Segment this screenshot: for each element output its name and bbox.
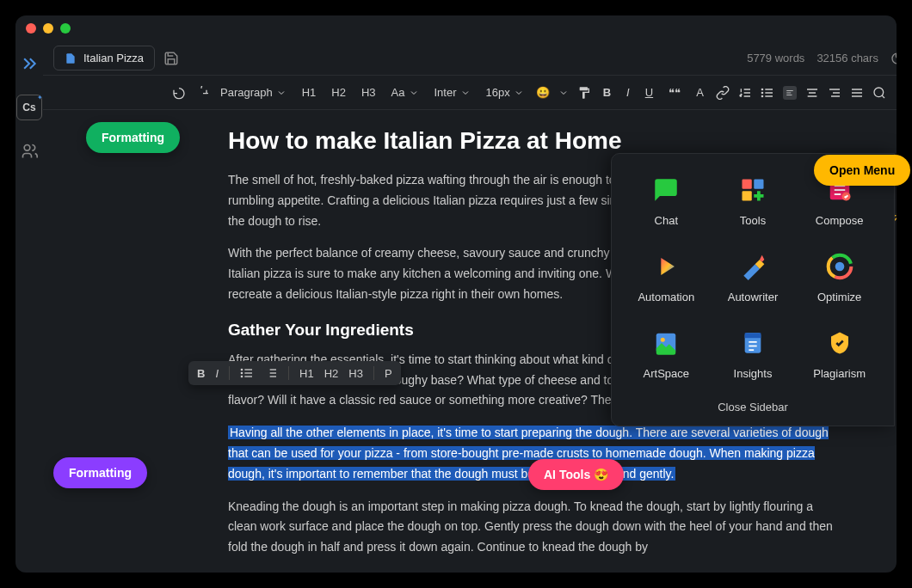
h1-button[interactable]: H1 <box>299 84 320 101</box>
svg-rect-56 <box>754 180 763 189</box>
svg-point-8 <box>761 92 762 93</box>
h2-button[interactable]: H2 <box>328 84 349 101</box>
svg-point-7 <box>761 89 762 89</box>
minimize-window-button[interactable] <box>43 23 53 34</box>
ai-tools-panel: Chat Tools Compose Automation Autowriter… <box>611 153 895 426</box>
ol-button[interactable] <box>264 366 278 380</box>
format-paint-button[interactable] <box>577 86 591 100</box>
chevron-down-icon <box>558 88 569 98</box>
maximize-window-button[interactable] <box>60 23 71 34</box>
font-size-select[interactable]: 16px <box>483 84 527 101</box>
ordered-list-button[interactable] <box>738 86 752 100</box>
align-left-button[interactable] <box>783 86 797 100</box>
h2-button[interactable]: H2 <box>324 367 339 380</box>
panel-artspace[interactable]: ArtSpace <box>627 328 706 380</box>
h3-button[interactable]: H3 <box>348 367 363 380</box>
panel-automation[interactable]: Automation <box>627 251 706 303</box>
h3-button[interactable]: H3 <box>358 84 379 101</box>
char-count: 32156 chars <box>816 52 878 64</box>
document-icon <box>65 52 77 64</box>
undo-button[interactable] <box>172 86 186 100</box>
svg-point-22 <box>874 88 884 97</box>
formatting-toolbar: Paragraph H1 H2 H3 Aa Inter 16px 😀 B I U… <box>43 76 897 110</box>
bold-button[interactable]: B <box>600 84 614 101</box>
unordered-list-button[interactable] <box>761 86 774 100</box>
p-button[interactable]: P <box>385 367 392 380</box>
traffic-lights <box>26 23 71 34</box>
callout-formatting-1: Formatting <box>86 122 180 153</box>
close-sidebar-button[interactable]: Close Sidebar <box>627 401 878 413</box>
link-button[interactable] <box>716 86 730 100</box>
close-window-button[interactable] <box>26 23 36 34</box>
h1-button[interactable]: H1 <box>299 367 314 380</box>
panel-optimize[interactable]: Optimize <box>800 251 878 303</box>
panel-plagiarism[interactable]: Plagiarism <box>800 328 878 380</box>
svg-point-51 <box>241 376 242 377</box>
callout-open-menu: Open Menu <box>814 155 910 186</box>
expand-sidebar-button[interactable] <box>15 50 43 77</box>
search-button[interactable] <box>872 86 886 100</box>
svg-point-68 <box>661 338 665 342</box>
paragraph: Kneading the dough is an important step … <box>228 497 843 558</box>
quote-button[interactable]: ❝❝ <box>665 84 684 101</box>
emoji-button[interactable]: 😀 <box>536 86 550 100</box>
callout-formatting-2: Formatting <box>53 457 147 488</box>
team-icon[interactable] <box>15 138 43 165</box>
selection-toolbar: B I H1 H2 H3 P <box>188 361 401 385</box>
topbar-right: 5779 words 32156 chars Hello Nico! NE <box>747 47 897 70</box>
topbar: Italian Pizza 5779 words 32156 chars Hel… <box>43 41 897 76</box>
font-family-select[interactable]: Inter <box>431 84 474 101</box>
ul-button[interactable] <box>240 366 254 380</box>
panel-tools[interactable]: Tools <box>714 175 792 227</box>
titlebar <box>15 15 897 41</box>
italic-button[interactable]: I <box>623 84 633 101</box>
panel-insights[interactable]: Insights <box>714 328 792 380</box>
svg-rect-55 <box>742 180 751 189</box>
svg-point-66 <box>835 262 844 272</box>
svg-rect-57 <box>742 191 751 200</box>
block-type-select[interactable]: Paragraph <box>217 84 290 101</box>
theme-toggle[interactable] <box>890 52 897 65</box>
underline-button[interactable]: U <box>642 84 656 101</box>
align-center-button[interactable] <box>805 86 819 100</box>
save-button[interactable] <box>163 51 179 66</box>
document-title: Italian Pizza <box>83 52 144 64</box>
redo-button[interactable] <box>194 86 208 100</box>
left-sidebar: Cs ✦ <box>15 41 43 573</box>
document-tab[interactable]: Italian Pizza <box>53 46 155 70</box>
article-heading: How to make Italian Pizza at Home <box>228 127 843 155</box>
text-size-button[interactable]: Aa <box>388 84 422 101</box>
svg-point-9 <box>761 95 762 96</box>
italic-button[interactable]: I <box>215 367 219 380</box>
callout-ai-tools: AI Tools 😍 <box>528 459 624 490</box>
svg-rect-70 <box>745 333 761 338</box>
align-right-button[interactable] <box>828 86 841 100</box>
svg-point-50 <box>241 372 242 373</box>
svg-point-49 <box>241 369 242 370</box>
align-justify-button[interactable] <box>850 86 864 100</box>
panel-autowriter[interactable]: Autowriter <box>714 251 792 303</box>
svg-point-0 <box>24 145 30 151</box>
word-count: 5779 words <box>747 52 804 64</box>
panel-chat[interactable]: Chat <box>627 175 706 227</box>
text-color-button[interactable]: A <box>693 84 707 101</box>
cs-logo-icon[interactable]: Cs ✦ <box>16 95 42 120</box>
bold-button[interactable]: B <box>197 367 205 380</box>
svg-line-23 <box>882 95 884 98</box>
